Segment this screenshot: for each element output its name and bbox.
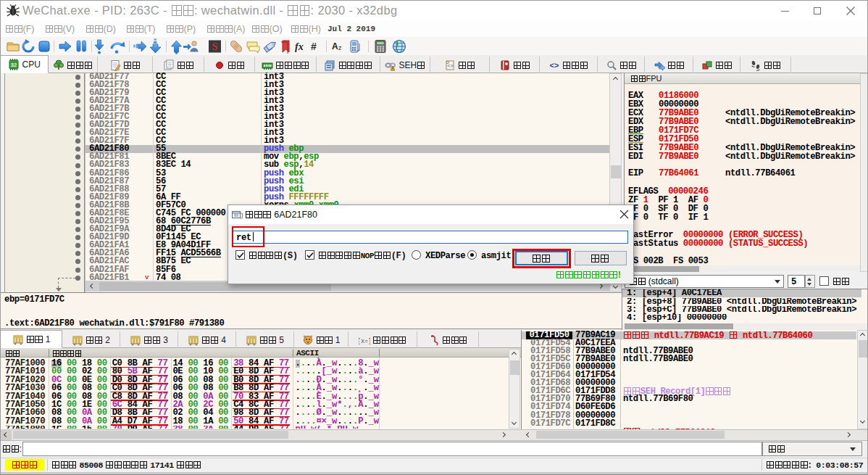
svg-text:A: A — [332, 41, 338, 51]
svg-text:#: # — [311, 41, 317, 52]
svg-text:S: S — [212, 41, 218, 52]
svg-text:<>: <> — [550, 61, 559, 70]
svg-text:z: z — [338, 44, 342, 51]
svg-text:<>: <> — [447, 63, 453, 69]
svg-text:fx: fx — [295, 41, 304, 52]
svg-text:32: 32 — [11, 62, 17, 68]
svg-text:[x=]: [x=] — [359, 338, 370, 345]
